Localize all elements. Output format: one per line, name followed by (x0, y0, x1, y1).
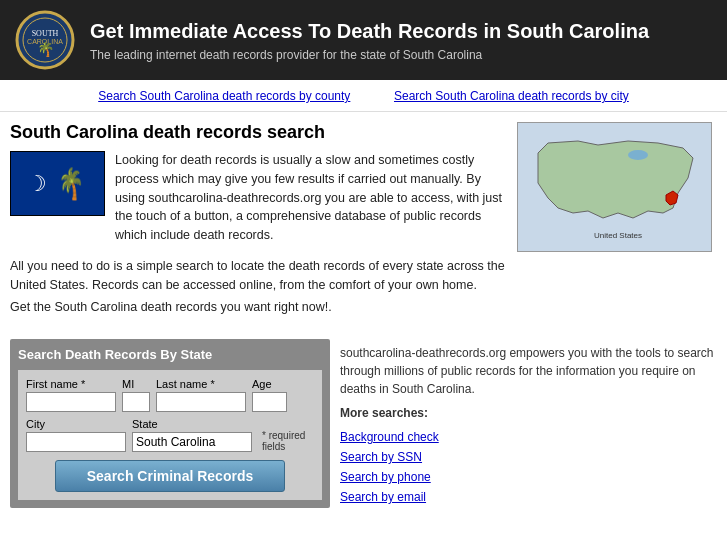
palmetto-icon: 🌴 (57, 166, 83, 201)
flag-text-block: ☽ 🌴 Looking for death records is usually… (10, 151, 507, 249)
lastname-field: Last name * (156, 378, 246, 412)
main-heading: South Carolina death records search (10, 122, 507, 143)
header-text: Get Immediate Access To Death Records in… (90, 18, 649, 62)
svg-text:United States: United States (594, 231, 642, 240)
mi-field: MI (122, 378, 150, 412)
page-title: Get Immediate Access To Death Records in… (90, 18, 649, 44)
paragraph2: All you need to do is a simple search to… (10, 257, 507, 295)
name-row: First name * MI Last name * Age (26, 378, 314, 412)
svg-text:🌴: 🌴 (37, 41, 55, 58)
age-label: Age (252, 378, 287, 390)
age-input[interactable] (252, 392, 287, 412)
right-info-panel: southcarolina-deathrecords.org empowers … (340, 339, 717, 508)
link-phone[interactable]: Search by phone (340, 468, 717, 486)
age-field: Age (252, 378, 287, 412)
search-section: Search Death Records By State First name… (0, 329, 727, 518)
intro-text: Looking for death records is usually a s… (115, 151, 507, 249)
nav-link-city[interactable]: Search South Carolina death records by c… (394, 89, 629, 103)
mi-label: MI (122, 378, 150, 390)
left-column: South Carolina death records search ☽ 🌴 … (10, 122, 507, 321)
required-text: * required fields (262, 430, 314, 452)
search-form-box: Search Death Records By State First name… (10, 339, 330, 508)
search-btn-row: Search Criminal Records (26, 460, 314, 492)
lastname-label: Last name * (156, 378, 246, 390)
city-input[interactable] (26, 432, 126, 452)
crescent-icon: ☽ (27, 171, 47, 197)
intro-paragraph: Looking for death records is usually a s… (115, 151, 507, 245)
state-field: State (132, 418, 252, 452)
more-searches-label: More searches: (340, 404, 717, 422)
nav-bar: Search South Carolina death records by c… (0, 80, 727, 112)
link-ssn[interactable]: Search by SSN (340, 448, 717, 466)
svg-text:SOUTH: SOUTH (32, 29, 59, 38)
full-text: All you need to do is a simple search to… (10, 257, 507, 317)
sc-flag: ☽ 🌴 (10, 151, 105, 216)
state-input[interactable] (132, 432, 252, 452)
lastname-input[interactable] (156, 392, 246, 412)
firstname-input[interactable] (26, 392, 116, 412)
form-inner: First name * MI Last name * Age (18, 370, 322, 500)
right-blurb: southcarolina-deathrecords.org empowers … (340, 344, 717, 398)
nav-link-county[interactable]: Search South Carolina death records by c… (98, 89, 350, 103)
link-email[interactable]: Search by email (340, 488, 717, 506)
firstname-label: First name * (26, 378, 116, 390)
location-row: City State * required fields (26, 418, 314, 452)
header-logo: SOUTH CAROLINA 🌴 (15, 10, 75, 70)
paragraph3: Get the South Carolina death records you… (10, 298, 507, 317)
city-label: City (26, 418, 126, 430)
firstname-field: First name * (26, 378, 116, 412)
right-column: United States (517, 122, 717, 321)
svg-point-6 (628, 150, 648, 160)
link-background-check[interactable]: Background check (340, 428, 717, 446)
us-map: United States (517, 122, 712, 252)
main-content: South Carolina death records search ☽ 🌴 … (0, 112, 727, 321)
header: SOUTH CAROLINA 🌴 Get Immediate Access To… (0, 0, 727, 80)
mi-input[interactable] (122, 392, 150, 412)
header-subtitle: The leading internet death records provi… (90, 48, 649, 62)
state-label: State (132, 418, 252, 430)
search-button[interactable]: Search Criminal Records (55, 460, 285, 492)
city-field: City (26, 418, 126, 452)
form-title: Search Death Records By State (18, 347, 322, 362)
